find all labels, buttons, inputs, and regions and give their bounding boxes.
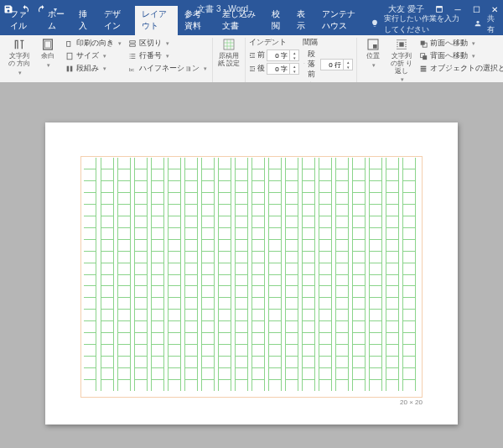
document-workspace: 20 × 20 [0,82,503,448]
indent-right-spinner[interactable]: ▴▾ [267,63,299,75]
svg-rect-5 [67,53,72,60]
lightbulb-icon [371,19,379,29]
tab-review[interactable]: 校閲 [265,6,290,35]
indent-left-spinner[interactable]: ▴▾ [267,49,299,61]
tell-me-text[interactable]: 実行したい作業を入力してください [384,13,459,35]
svg-rect-17 [421,66,427,68]
indent-left-icon [249,52,256,59]
indent-right-label: 後 [257,64,265,74]
indent-left-label: 前 [257,50,265,60]
hyphenation-button[interactable]: bcハイフネーション [127,63,209,75]
tab-file[interactable]: ファイル [3,6,41,35]
indent-right-icon [249,65,256,72]
spacing-heading: 間隔 [303,38,353,49]
ribbon-tabs: ファイル ホーム 挿入 デザイン レイアウト 参考資料 差し込み文書 校閲 表示… [0,18,503,35]
svg-rect-7 [70,66,73,72]
tab-view[interactable]: 表示 [290,6,315,35]
tab-mailings[interactable]: 差し込み文書 [215,6,265,35]
size-button[interactable]: サイズ [64,50,123,62]
document-page[interactable]: 20 × 20 [45,122,458,425]
svg-rect-11 [373,44,377,49]
breaks-button[interactable]: 区切り [127,38,209,49]
svg-rect-9 [224,39,234,49]
tab-antenna[interactable]: アンテナハウス [315,6,371,35]
share-icon [474,19,482,29]
send-backward-button[interactable]: 背面へ移動 [417,50,503,62]
tab-layout[interactable]: レイアウト [135,6,179,35]
svg-rect-12 [399,42,403,46]
orientation-button[interactable]: 印刷の向き [64,38,123,49]
tab-design[interactable]: デザイン [97,6,135,35]
selection-pane-button[interactable]: オブジェクトの選択と表示 [417,63,503,75]
space-before-icon [303,61,306,68]
svg-rect-19 [421,70,427,72]
svg-rect-1 [437,7,443,8]
svg-rect-3 [45,41,51,48]
columns-button[interactable]: 段組み [64,63,123,75]
grid-dimensions-label: 20 × 20 [400,399,423,406]
space-before-spinner[interactable]: ▴▾ [320,59,353,70]
svg-rect-18 [421,68,427,70]
indent-heading: インデント [249,38,299,49]
line-numbers-button[interactable]: 行番号 [127,50,209,62]
tab-home[interactable]: ホーム [41,6,72,35]
bring-forward-button[interactable]: 前面へ移動 [417,38,503,49]
svg-rect-4 [67,42,70,47]
share-button[interactable]: 共有 [487,13,496,35]
svg-text:bc: bc [129,67,134,72]
svg-rect-6 [67,66,70,72]
tab-insert[interactable]: 挿入 [72,6,97,35]
manuscript-grid [80,156,423,398]
tab-references[interactable]: 参考資料 [178,6,215,35]
space-before-label: 段落前 [308,49,319,80]
